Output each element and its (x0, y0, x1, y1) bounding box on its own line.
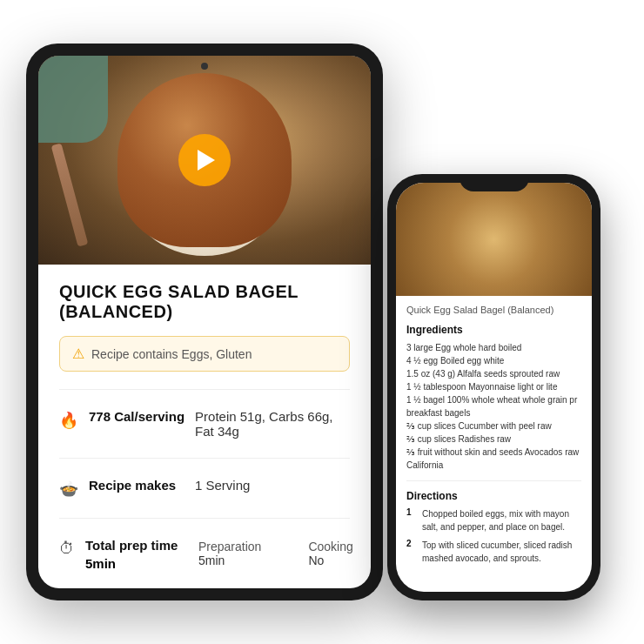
recipe-makes-label: Recipe makes (89, 478, 184, 493)
prep-time-row: ⏱ Total prep time 5min Preparation 5min … (59, 529, 350, 580)
divider-2 (59, 458, 350, 459)
ingredient-2: 4 ½ egg Boiled egg white (406, 354, 581, 367)
macros-value: Protein 51g, Carbs 66g, Fat 34g (195, 409, 350, 439)
prep-time-label: Total prep time (85, 538, 181, 553)
clock-icon: ⏱ (59, 540, 75, 558)
flame-icon: 🔥 (59, 411, 78, 430)
ingredient-3: 1.5 oz (43 g) Alfalfa seeds sprouted raw (406, 367, 581, 380)
ingredients-title: Ingredients (406, 324, 581, 336)
ingredient-4: 1 ½ tablespoon Mayonnaise light or lite (406, 380, 581, 393)
allergen-text: Recipe contains Eggs, Gluten (91, 347, 252, 361)
direction-1-num: 1 (406, 507, 417, 533)
direction-1: 1 Chopped boiled eggs, mix with mayonsal… (406, 507, 581, 533)
allergen-badge: ⚠ Recipe contains Eggs, Gluten (59, 336, 350, 372)
play-icon (198, 150, 215, 171)
prep-time-value: 5min (85, 556, 181, 571)
phone-food-image (396, 183, 592, 296)
directions-list: 1 Chopped boiled eggs, mix with mayonsal… (406, 507, 581, 565)
ingredients-list: 3 large Egg whole hard boiled 4 ½ egg Bo… (406, 341, 581, 472)
preparation-value: 5min (198, 553, 261, 567)
direction-2-num: 2 (406, 539, 417, 565)
pot-icon: 🍲 (59, 480, 78, 499)
phone-notch (460, 174, 529, 191)
directions-title: Directions (406, 490, 581, 502)
ingredient-1: 3 large Egg whole hard boiled (406, 341, 581, 354)
tablet-content: QUICK EGG SALAD BAGEL (BALANCED) ⚠ Recip… (38, 265, 371, 588)
ingredient-7: ⅔ cup slices Radishes raw (406, 433, 581, 446)
preparation-label: Preparation (198, 540, 261, 553)
play-button[interactable] (178, 134, 231, 186)
tablet-food-image (38, 56, 371, 265)
cooking-label: Cooking (308, 540, 352, 553)
warning-icon: ⚠ (72, 345, 84, 362)
tablet-camera (201, 63, 208, 70)
phone-screen: Quick Egg Salad Bagel (Balanced) Ingredi… (396, 183, 592, 592)
phone-content: Quick Egg Salad Bagel (Balanced) Ingredi… (396, 296, 592, 592)
tablet-device: QUICK EGG SALAD BAGEL (BALANCED) ⚠ Recip… (26, 44, 383, 600)
phone-device: Quick Egg Salad Bagel (Balanced) Ingredi… (387, 174, 600, 600)
ingredient-8: ⅔ fruit without skin and seeds Avocados … (406, 446, 581, 472)
recipe-makes-row: 🍲 Recipe makes 1 Serving (59, 469, 350, 507)
phone-recipe-title: Quick Egg Salad Bagel (Balanced) (406, 305, 581, 315)
cooking-value: No (308, 553, 352, 567)
divider-3 (59, 518, 350, 519)
calories-label: 778 Cal/serving (89, 409, 184, 424)
calories-row: 🔥 778 Cal/serving Protein 51g, Carbs 66g… (59, 400, 350, 447)
ingredient-5: 1 ½ bagel 100% whole wheat whole grain p… (406, 393, 581, 419)
ingredient-6: ⅔ cup slices Cucumber with peel raw (406, 419, 581, 433)
direction-1-text: Chopped boiled eggs, mix with mayonsalt,… (422, 507, 569, 533)
direction-2-text: Top with sliced cucumber, sliced radishm… (422, 539, 572, 565)
recipe-makes-value: 1 Serving (195, 478, 350, 493)
direction-2: 2 Top with sliced cucumber, sliced radis… (406, 539, 581, 565)
recipe-title: QUICK EGG SALAD BAGEL (BALANCED) (59, 282, 350, 322)
tablet-screen: QUICK EGG SALAD BAGEL (BALANCED) ⚠ Recip… (38, 56, 371, 588)
divider-1 (59, 389, 350, 390)
phone-divider (406, 480, 581, 481)
